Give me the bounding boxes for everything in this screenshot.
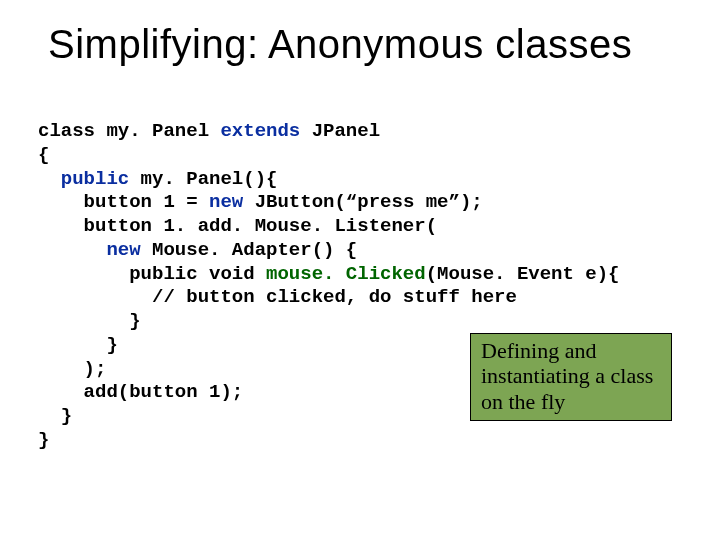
keyword-public: public (38, 168, 129, 190)
code-line-7: public void mouse. Clicked(Mouse. Event … (38, 263, 620, 285)
keyword-extends: extends (220, 120, 300, 142)
code-line-14: } (38, 429, 49, 451)
keyword-new: new (38, 239, 141, 261)
code-text: JButton(“press me”); (243, 191, 482, 213)
code-text: (Mouse. Event e){ (426, 263, 620, 285)
code-line-3: public my. Panel(){ (38, 168, 277, 190)
slide-title: Simplifying: Anonymous classes (48, 22, 700, 67)
method-name: mouse. Clicked (266, 263, 426, 285)
code-line-10: } (38, 334, 118, 356)
code-text: JPanel (300, 120, 380, 142)
code-line-2: { (38, 144, 49, 166)
code-line-13: } (38, 405, 72, 427)
code-line-4: button 1 = new JButton(“press me”); (38, 191, 483, 213)
code-text: button 1 = (38, 191, 209, 213)
code-line-9: } (38, 310, 141, 332)
code-line-8: // button clicked, do stuff here (38, 286, 517, 308)
code-text: public void (38, 263, 266, 285)
code-line-12: add(button 1); (38, 381, 243, 403)
keyword-new: new (209, 191, 243, 213)
code-line-5: button 1. add. Mouse. Listener( (38, 215, 437, 237)
code-text: Mouse. Adapter() { (141, 239, 358, 261)
code-text: my. Panel(){ (129, 168, 277, 190)
code-line-11: ); (38, 358, 106, 380)
code-line-1: class my. Panel extends JPanel (38, 120, 380, 142)
code-text: class my. Panel (38, 120, 220, 142)
callout-box: Defining and instantiating a class on th… (470, 333, 672, 421)
code-line-6: new Mouse. Adapter() { (38, 239, 357, 261)
